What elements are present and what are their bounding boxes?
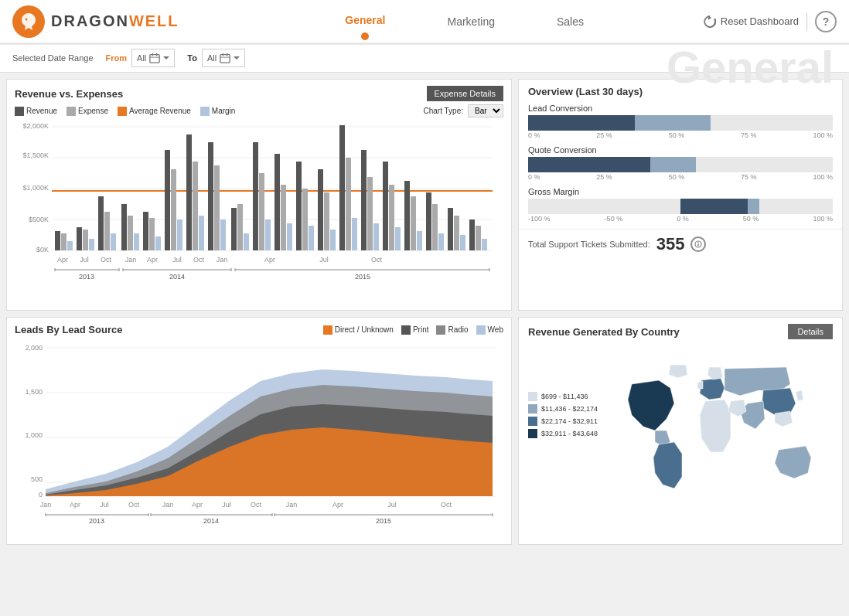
svg-text:0: 0 [39,491,43,499]
nav-active-dot [361,32,369,40]
from-input[interactable]: All [131,49,175,67]
world-map-container: $699 - $11,436 $11,436 - $22,174 $22,174… [519,345,842,531]
nav: General Marketing Sales [226,14,704,29]
overview-panel: Overview (Last 30 days) Lead Conversion … [518,79,843,311]
svg-rect-35 [165,150,170,250]
logo: DRAGONWELL [12,5,179,38]
svg-rect-26 [98,196,104,250]
legend-expense: Expense [66,107,108,116]
gross-margin-label: Gross Margin [528,187,833,196]
svg-text:2015: 2015 [376,517,391,524]
svg-rect-69 [411,196,416,250]
svg-rect-40 [199,216,204,250]
svg-text:Oct: Oct [101,256,112,264]
to-dropdown-arrow-icon [234,55,240,61]
svg-text:Apr: Apr [332,501,343,509]
country-title: Revenue Generated By Country [528,326,680,338]
svg-text:1,500: 1,500 [25,388,43,396]
svg-rect-55 [309,226,314,250]
svg-text:Jul: Jul [222,501,231,509]
svg-rect-27 [104,212,110,250]
svg-text:2015: 2015 [355,273,370,281]
svg-text:1,000: 1,000 [25,431,43,439]
dragon-icon [19,12,39,32]
svg-text:2013: 2013 [79,273,94,281]
svg-text:Jan: Jan [286,501,298,509]
svg-rect-60 [346,158,351,250]
chart-type-select[interactable]: Bar [468,104,503,117]
svg-rect-28 [111,233,116,250]
reset-icon [704,15,716,28]
svg-rect-1 [150,55,159,63]
lead-conversion-bar [528,115,833,131]
svg-rect-29 [121,204,127,250]
info-icon[interactable] [690,237,706,252]
svg-rect-73 [438,233,444,250]
legend-radio: Radio [436,325,468,335]
svg-text:Jul: Jul [100,501,109,509]
svg-text:Apr: Apr [264,256,275,264]
svg-rect-34 [155,237,161,250]
nav-marketing[interactable]: Marketing [448,15,495,28]
logo-text: DRAGONWELL [51,12,179,30]
svg-rect-20 [55,231,60,250]
svg-rect-46 [244,233,249,250]
legend-direct: Direct / Unknown [323,325,394,335]
svg-rect-67 [395,227,401,250]
to-value: All [207,53,217,63]
svg-rect-49 [265,220,271,250]
area-chart-svg: 2,000 1,500 1,000 500 0 [13,339,500,524]
help-button[interactable]: ? [815,11,837,32]
nav-sales[interactable]: Sales [557,15,584,28]
svg-rect-32 [143,212,148,250]
quote-conversion-bar [528,157,833,172]
svg-point-0 [26,18,28,20]
svg-rect-44 [231,208,237,250]
svg-text:Oct: Oct [128,501,140,509]
gross-margin-bar [528,199,833,214]
logo-icon [12,5,45,38]
svg-text:Apr: Apr [57,256,68,264]
svg-rect-63 [367,177,373,250]
legend-range-3: $22,174 - $32,911 [528,417,607,426]
legend-range-4: $32,911 - $43,648 [528,429,607,438]
to-input[interactable]: All [202,49,245,67]
svg-text:Jan: Jan [40,501,52,509]
svg-text:$500K: $500K [29,216,49,223]
svg-rect-64 [373,223,379,250]
svg-text:$0K: $0K [36,246,49,254]
dropdown-arrow-icon [163,55,169,61]
svg-rect-77 [469,220,475,250]
gross-margin-row: Gross Margin -100 % -50 % 0 % 50 % 100 % [519,185,842,229]
svg-rect-72 [432,204,438,250]
to-calendar-icon [220,53,230,63]
nav-general[interactable]: General [345,14,385,29]
country-header: Revenue Generated By Country Details [519,318,842,345]
overview-title: Overview (Last 30 days) [519,80,842,102]
svg-text:500: 500 [31,475,43,483]
svg-rect-31 [134,233,139,250]
lead-conversion-row: Lead Conversion 0 % 25 % 50 % 75 % 100 % [519,102,842,144]
area-chart-container: 2,000 1,500 1,000 500 0 [7,339,511,526]
details-button[interactable]: Details [788,324,833,339]
svg-text:Jan: Jan [125,256,137,264]
svg-rect-70 [417,231,422,250]
svg-rect-74 [448,208,453,250]
support-label: Total Support Tickets Submitted: [528,240,650,249]
svg-rect-42 [214,165,220,250]
bar-chart-svg: $2,000K $1,500K $1,000K $500K $0K [15,119,494,285]
svg-rect-38 [186,134,192,250]
svg-text:2013: 2013 [89,517,104,524]
expense-details-button[interactable]: Expense Details [427,86,504,101]
legend-range-1: $699 - $11,436 [528,392,607,401]
calendar-icon [149,53,160,63]
quote-conversion-label: Quote Conversion [528,145,833,155]
svg-rect-79 [482,239,487,250]
svg-text:Oct: Oct [251,501,262,509]
svg-rect-5 [220,55,230,63]
svg-rect-75 [454,216,459,250]
reset-dashboard-button[interactable]: Reset Dashboard [704,15,799,28]
revenue-legend: Revenue Expense Average Revenue Margin C… [7,103,511,119]
svg-rect-39 [193,162,198,250]
svg-rect-21 [61,233,66,250]
